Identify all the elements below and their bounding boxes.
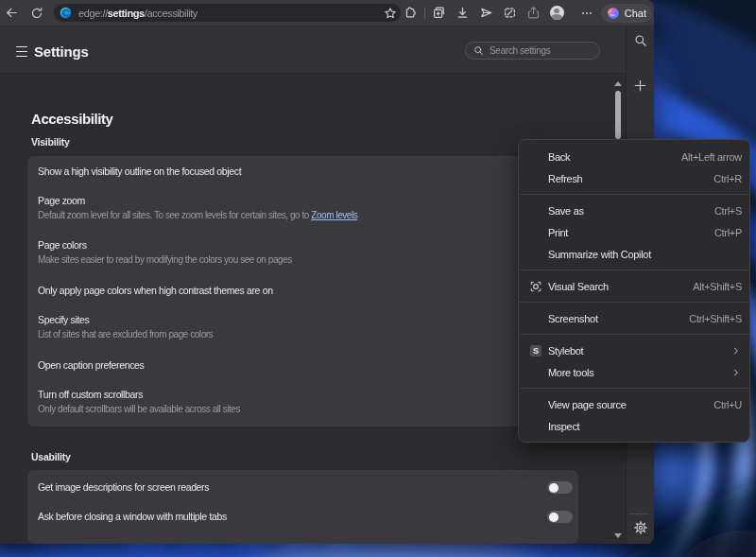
row-title: Page colors xyxy=(38,237,568,252)
url-text: edge://settings/accessibility xyxy=(78,8,198,19)
settings-row-high-contrast-only: Only apply page colors when high contras… xyxy=(27,275,578,305)
sidebar-customize-button[interactable] xyxy=(630,75,651,96)
menu-item-icon-slot xyxy=(528,225,543,240)
card-visibility: Show a high visibility outline on the fo… xyxy=(27,156,578,426)
settings-menu-button[interactable] xyxy=(16,46,27,57)
share-icon xyxy=(526,6,541,20)
back-icon xyxy=(5,6,19,20)
settings-title: Settings xyxy=(34,44,89,60)
favorites-star-button[interactable] xyxy=(384,7,397,20)
avatar xyxy=(550,6,564,20)
page-title: Accessibility xyxy=(31,111,113,127)
plus-icon xyxy=(633,78,647,93)
menu-item-shortcut: Ctrl+S xyxy=(714,205,742,217)
downloads-button[interactable] xyxy=(451,3,474,24)
menu-separator xyxy=(520,270,748,270)
menu-item-refresh[interactable]: RefreshCtrl+R xyxy=(519,167,749,189)
row-subtitle-text: Default zoom level for all sites. To see… xyxy=(38,210,311,220)
submenu-arrow-icon xyxy=(730,345,742,357)
menu-item-label: Print xyxy=(548,227,568,238)
scrollbar-up-button[interactable] xyxy=(613,81,623,87)
back-button[interactable] xyxy=(0,3,23,24)
extensions-button[interactable] xyxy=(399,3,422,24)
row-title: Open caption preferences xyxy=(38,357,568,373)
row-subtitle: Only default scrollbars will be availabl… xyxy=(38,403,568,416)
menu-item-label: Summarize with Copilot xyxy=(548,249,651,260)
settings-row-ask-before-closing: Ask before closing a window with multipl… xyxy=(27,502,578,531)
menu-item-more-tools[interactable]: More tools xyxy=(519,361,749,383)
menu-item-view-page-source[interactable]: View page sourceCtrl+U xyxy=(519,393,749,415)
menu-item-back[interactable]: BackAlt+Left arrow xyxy=(519,146,749,167)
settings-and-more-button[interactable] xyxy=(576,3,599,24)
settings-search-box[interactable]: Search settings xyxy=(465,42,600,60)
edge-logo-icon xyxy=(60,7,72,19)
menu-item-label: Inspect xyxy=(548,421,579,432)
menu-item-icon-slot xyxy=(528,247,543,262)
toggle-knob xyxy=(549,513,558,522)
row-title: Get image descriptions for screen reader… xyxy=(38,479,568,495)
screen: edge://settings/accessibility xyxy=(0,0,756,557)
menu-item-icon-slot xyxy=(528,397,543,412)
toggle-ask-before-closing[interactable] xyxy=(547,511,573,523)
menu-item-label: View page source xyxy=(548,399,626,410)
address-bar[interactable]: edge://settings/accessibility xyxy=(54,4,401,22)
settings-row-page-colors: Page colorsMake sites easier to read by … xyxy=(27,231,578,275)
menu-item-label: Screenshot xyxy=(548,313,598,324)
chat-button-label: Chat xyxy=(625,8,646,19)
search-icon xyxy=(473,45,484,56)
share-button[interactable] xyxy=(522,3,545,24)
menu-item-icon-slot xyxy=(528,171,543,186)
refresh-icon xyxy=(30,7,43,20)
menu-item-icon-slot xyxy=(528,311,543,326)
row-title: Page zoom xyxy=(38,193,568,208)
row-title: Only apply page colors when high contras… xyxy=(38,283,568,298)
menu-item-save-as[interactable]: Save asCtrl+S xyxy=(519,200,749,221)
menu-item-shortcut: Ctrl+R xyxy=(713,173,742,184)
copilot-chat-button[interactable]: Chat xyxy=(601,4,652,23)
stylebot-badge: S xyxy=(530,345,541,357)
profile-button[interactable] xyxy=(545,3,569,24)
settings-search-placeholder: Search settings xyxy=(490,45,550,56)
stylebot-icon: S xyxy=(528,343,543,358)
collections-icon xyxy=(432,6,446,20)
menu-item-print[interactable]: PrintCtrl+P xyxy=(519,221,749,243)
scrollbar-thumb[interactable] xyxy=(615,91,621,139)
sidebar-search-button[interactable] xyxy=(630,30,651,51)
collections-button[interactable] xyxy=(427,3,451,24)
menu-item-shortcut: Ctrl+U xyxy=(713,399,742,410)
send-to-devices-button[interactable] xyxy=(474,3,498,24)
menu-item-label: More tools xyxy=(548,367,593,378)
menu-item-screenshot[interactable]: ScreenshotCtrl+Shift+S xyxy=(519,307,749,329)
star-icon xyxy=(384,7,397,20)
row-title: Specify sites xyxy=(38,312,568,327)
copilot-icon xyxy=(607,7,620,20)
menu-separator xyxy=(520,388,748,389)
scrollbar-down-button[interactable] xyxy=(613,533,623,539)
download-icon xyxy=(455,6,470,20)
visual-search-icon xyxy=(528,279,543,294)
submenu-arrow-icon xyxy=(730,367,742,378)
menu-item-icon-slot xyxy=(528,365,543,380)
browser-toolbar: edge://settings/accessibility xyxy=(0,0,654,26)
toggle-knob xyxy=(549,483,558,493)
row-subtitle: List of sites that are excluded from pag… xyxy=(38,328,568,341)
section-heading-visibility: Visibility xyxy=(31,136,70,148)
zoom-levels-link[interactable]: Zoom levels xyxy=(311,210,357,220)
menu-item-icon-slot xyxy=(528,419,543,434)
sidebar-settings-button[interactable] xyxy=(630,517,651,538)
settings-row-open-caption-preferences[interactable]: Open caption preferences xyxy=(27,350,578,380)
web-capture-button[interactable] xyxy=(498,3,522,24)
menu-item-summarize-with-copilot[interactable]: Summarize with Copilot xyxy=(519,243,749,265)
triangle-down-icon xyxy=(614,533,622,538)
settings-row-image-descriptions: Get image descriptions for screen reader… xyxy=(27,473,578,502)
menu-item-visual-search[interactable]: Visual SearchAlt+Shift+S xyxy=(519,275,749,297)
menu-item-stylebot[interactable]: SStylebot xyxy=(519,339,749,361)
menu-item-icon-slot xyxy=(528,149,543,165)
refresh-button[interactable] xyxy=(26,3,48,24)
toggle-image-descriptions[interactable] xyxy=(547,481,573,494)
menu-item-inspect[interactable]: Inspect xyxy=(519,415,749,437)
menu-item-label: Visual Search xyxy=(548,281,609,292)
settings-row-specify-sites[interactable]: Specify sitesList of sites that are excl… xyxy=(27,305,578,350)
menu-separator xyxy=(520,194,748,195)
section-heading-usability: Usability xyxy=(31,451,71,462)
